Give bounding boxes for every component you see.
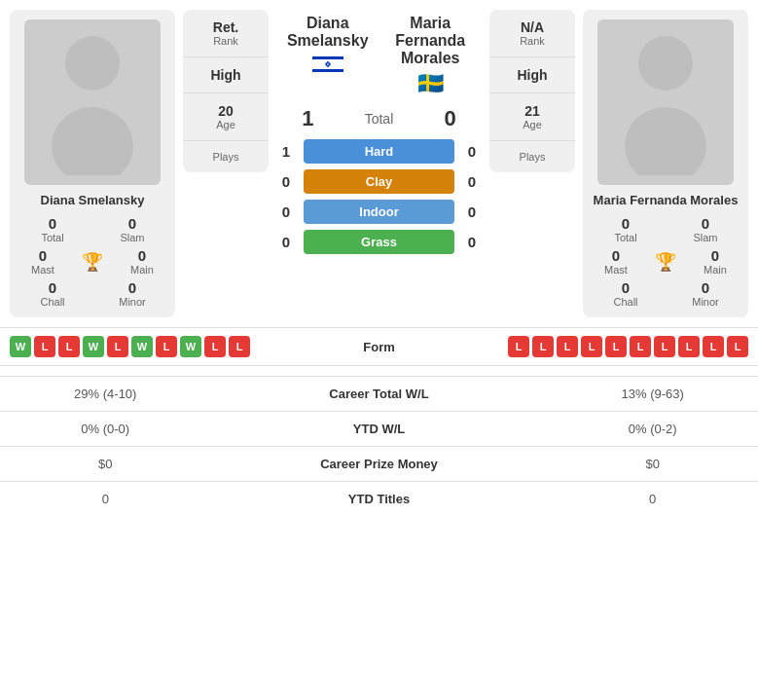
stat-left-value: 0 (0, 482, 211, 517)
left-rank-value: Ret. (213, 19, 238, 35)
right-total-label: Total (614, 232, 636, 243)
court-row-indoor: 0 Indoor 0 (276, 200, 482, 224)
right-player-name: Maria Fernanda Morales (594, 193, 739, 207)
court-row-clay: 0 Clay 0 (276, 169, 482, 194)
right-mast-value: 0 (612, 247, 620, 264)
left-chall-value: 0 (49, 279, 56, 296)
left-mast-label: Mast (31, 264, 54, 276)
form-badge-right: L (678, 336, 700, 357)
left-slam-label: Slam (120, 232, 144, 243)
form-badge-right: L (508, 336, 529, 357)
right-stats-grid: 0 Total 0 Slam (591, 215, 740, 243)
left-stats-grid: 0 Total 0 Slam (18, 215, 167, 243)
stats-row: 0 YTD Titles 0 (0, 482, 758, 517)
left-total-value: 0 (49, 215, 56, 232)
right-main-value: 0 (711, 247, 719, 264)
form-badge-right: L (630, 336, 651, 357)
right-slam-value: 0 (702, 215, 709, 232)
left-age-row: 20 Age (183, 93, 269, 141)
form-label: Form (321, 340, 438, 354)
left-main-stat: 0 Main (130, 247, 154, 276)
left-trophy-row: 0 Mast 🏆 0 Main (18, 247, 167, 276)
courts-section: 1 Hard 0 0 Clay 0 0 Indoor 0 0 Grass 0 (276, 139, 482, 260)
court-left-score: 0 (276, 173, 296, 190)
right-rank-value: N/A (521, 19, 544, 35)
stat-left-value: $0 (0, 447, 211, 482)
form-badge-left: W (180, 336, 201, 357)
right-info-panel: N/A Rank High 21 Age Plays (489, 10, 575, 172)
stat-center-label: YTD Titles (211, 482, 548, 517)
right-rank-row: N/A Rank (489, 10, 575, 57)
right-main-label: Main (704, 264, 727, 276)
left-bottom-stats: 0 Chall 0 Minor (18, 279, 167, 308)
center-area: Diana Smelansky Maria (276, 10, 482, 260)
stat-center-label: Career Prize Money (211, 447, 548, 482)
right-total-stat: 0 Total (591, 215, 661, 243)
left-rank-label: Rank (213, 35, 238, 47)
form-section: WLLWLWLWLL Form LLLLLLLLLL (0, 327, 758, 366)
form-badge-right: L (557, 336, 578, 357)
form-badge-left: L (156, 336, 177, 357)
left-minor-stat: 0 Minor (97, 279, 167, 308)
left-chall-stat: 0 Chall (18, 279, 88, 308)
form-badge-right: L (532, 336, 554, 357)
right-minor-value: 0 (702, 279, 709, 296)
stat-left-value: 0% (0-0) (0, 412, 211, 447)
form-badge-left: L (107, 336, 128, 357)
left-plays-label: Plays (213, 151, 239, 163)
right-player-avatar (597, 19, 734, 185)
left-total-stat: 0 Total (18, 215, 88, 243)
right-trophy-row: 0 Mast 🏆 0 Main (591, 247, 740, 276)
right-slam-stat: 0 Slam (670, 215, 740, 243)
court-right-score: 0 (462, 203, 482, 220)
left-trophy-icon: 🏆 (82, 251, 103, 273)
left-minor-label: Minor (119, 296, 146, 308)
form-badge-right: L (703, 336, 724, 357)
form-badge-left: L (34, 336, 55, 357)
left-main-value: 0 (138, 247, 146, 264)
court-row-hard: 1 Hard 0 (276, 139, 482, 164)
court-right-score: 0 (462, 143, 482, 160)
right-trophy-icon: 🏆 (655, 251, 676, 273)
right-age-value: 21 (524, 103, 540, 119)
left-high-row: High (183, 57, 269, 93)
form-badge-left: L (204, 336, 226, 357)
right-mast-label: Mast (604, 264, 628, 276)
right-mast-stat: 0 Mast (604, 247, 628, 276)
left-chall-label: Chall (40, 296, 64, 308)
left-player-name: Diana Smelansky (41, 193, 145, 207)
left-name-flag: Diana Smelansky (276, 15, 379, 79)
stat-right-value: 0% (0-2) (547, 412, 758, 447)
right-chall-label: Chall (613, 296, 637, 308)
stat-center-label: YTD W/L (211, 412, 548, 447)
stats-row: 29% (4-10) Career Total W/L 13% (9-63) (0, 377, 758, 412)
form-badge-left: L (58, 336, 80, 357)
stat-right-value: 0 (547, 482, 758, 517)
left-player-avatar (24, 19, 161, 185)
form-badge-right: L (605, 336, 627, 357)
top-section: Diana Smelansky 0 Total 0 Slam 0 Mast 🏆 (0, 0, 758, 327)
right-minor-stat: 0 Minor (670, 279, 740, 308)
left-total-score: 1 (302, 106, 313, 131)
right-age-label: Age (523, 119, 542, 130)
stats-row: 0% (0-0) YTD W/L 0% (0-2) (0, 412, 758, 447)
left-plays-row: Plays (183, 141, 269, 172)
right-header-name: Maria Fernanda Morales (379, 15, 483, 67)
court-badge-grass: Grass (304, 230, 454, 254)
right-age-row: 21 Age (489, 93, 575, 141)
court-row-grass: 0 Grass 0 (276, 230, 482, 254)
form-badge-left: L (229, 336, 250, 357)
form-badge-left: W (131, 336, 153, 357)
total-label: Total (365, 111, 394, 127)
stat-right-value: $0 (547, 447, 758, 482)
right-chall-value: 0 (622, 279, 630, 296)
stat-right-value: 13% (9-63) (547, 377, 758, 412)
left-header-name: Diana Smelansky (276, 15, 379, 50)
svg-point-0 (65, 36, 120, 91)
form-badge-left: W (10, 336, 31, 357)
left-info-panel: Ret. Rank High 20 Age Plays (183, 10, 269, 172)
right-plays-row: Plays (489, 141, 575, 172)
total-section: 1 Total 0 (276, 101, 482, 139)
form-badge-right: L (654, 336, 675, 357)
court-left-score: 0 (276, 203, 296, 220)
